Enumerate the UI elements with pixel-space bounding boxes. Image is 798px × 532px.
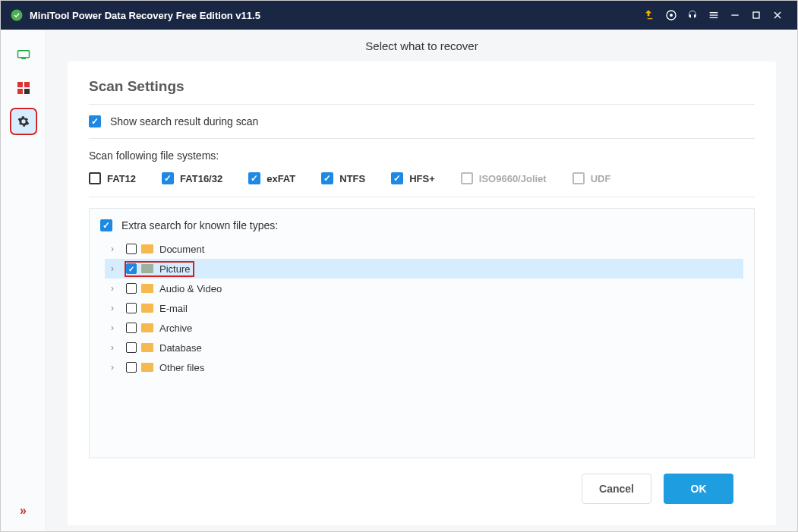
svg-rect-4 [710,14,718,15]
svg-point-2 [670,14,673,17]
fs-label: FAT16/32 [180,173,222,184]
fs-label: exFAT [267,173,295,184]
main: Select what to recover Scan Settings Sho… [46,30,797,532]
chevron-right-icon[interactable]: › [111,244,123,254]
fs-item-fat1632: FAT16/32 [162,172,222,184]
folder-icon [141,244,153,253]
chevron-right-icon[interactable]: › [111,263,123,274]
chevron-right-icon[interactable]: › [111,303,123,313]
tree-item-database[interactable]: ›Database [105,338,743,357]
svg-rect-13 [24,89,30,94]
svg-rect-11 [24,82,30,87]
tree-label: Archive [159,323,192,334]
svg-rect-5 [710,17,718,18]
fs-checkbox[interactable] [89,172,101,184]
folder-icon [141,264,153,273]
filesystem-group: Scan following file systems: FAT12FAT16/… [89,139,755,197]
folder-icon [141,363,153,372]
cancel-button[interactable]: Cancel [582,474,651,504]
fs-checkbox [461,172,473,184]
show-results-label: Show search result during scan [110,115,258,127]
svg-rect-8 [17,51,29,58]
support-icon[interactable] [682,5,703,26]
tree-checkbox[interactable] [126,283,137,294]
tree-item-audiovideo[interactable]: ›Audio & Video [105,279,743,298]
fs-label: UDF [591,173,611,184]
content: Scan Settings Show search result during … [68,61,776,525]
sidebar: » [1,30,46,532]
svg-point-0 [11,10,23,21]
show-results-checkbox[interactable] [89,115,101,127]
tree-label: Audio & Video [159,283,222,294]
filetype-tree: ›Document›Picture›Audio & Video›E-mail›A… [100,239,743,377]
tree-label: Other files [159,362,204,373]
tree-item-archive[interactable]: ›Archive [105,318,743,338]
extra-search-box: Extra search for known file types: ›Docu… [89,208,755,458]
tree-item-email[interactable]: ›E-mail [105,298,743,318]
svg-rect-7 [753,12,759,18]
folder-icon [141,343,153,352]
page-subtitle: Select what to recover [46,30,797,61]
fs-checkbox[interactable] [162,172,174,184]
disc-icon[interactable] [661,5,682,26]
window-title: MiniTool Power Data Recovery Free Editio… [30,10,639,21]
sidebar-item-recovery[interactable] [12,43,35,66]
chevron-right-icon[interactable]: › [111,283,123,294]
extra-search-label: Extra search for known file types: [121,219,278,231]
svg-rect-12 [17,89,23,94]
svg-rect-3 [710,12,718,13]
tree-item-document[interactable]: ›Document [105,239,743,259]
close-icon[interactable] [767,5,788,26]
sidebar-expand-icon[interactable]: » [20,504,27,518]
option-show-results-row: Show search result during scan [89,105,755,139]
svg-rect-6 [731,14,738,15]
tree-label: Database [159,342,202,354]
fs-label: FAT12 [107,173,136,184]
tree-checkbox[interactable] [126,244,137,254]
fs-label: NTFS [339,173,365,184]
extra-search-checkbox[interactable] [100,219,112,231]
svg-rect-10 [17,82,23,87]
minimize-icon[interactable] [724,5,746,26]
tree-checkbox[interactable] [126,342,137,353]
sidebar-item-settings[interactable] [12,110,35,133]
page-title: Scan Settings [89,78,755,105]
svg-rect-9 [21,58,26,60]
chevron-right-icon[interactable]: › [111,342,123,353]
fs-checkbox[interactable] [248,172,260,184]
fs-checkbox[interactable] [391,172,403,184]
fs-item-udf: UDF [572,172,611,184]
folder-icon [141,323,153,332]
fs-item-fat12: FAT12 [89,172,136,184]
fs-item-hfs: HFS+ [391,172,435,184]
folder-icon [141,304,153,313]
tree-label: Picture [159,263,190,275]
fs-item-iso9660joliet: ISO9660/Joliet [461,172,547,184]
tree-checkbox[interactable] [126,323,137,333]
tree-label: E-mail [159,303,188,314]
ok-button[interactable]: OK [664,474,733,504]
filesystem-title: Scan following file systems: [89,150,755,162]
tree-item-picture[interactable]: ›Picture [105,259,743,279]
chevron-right-icon[interactable]: › [111,323,123,333]
maximize-icon[interactable] [746,5,767,26]
menu-icon[interactable] [703,5,724,26]
fs-label: HFS+ [409,173,435,184]
footer: Cancel OK [89,458,755,512]
tree-item-highlight: Picture [126,263,193,275]
chevron-right-icon[interactable]: › [111,362,123,373]
folder-icon [141,284,153,293]
tree-item-otherfiles[interactable]: ›Other files [105,357,743,377]
fs-item-ntfs: NTFS [321,172,365,184]
fs-checkbox [572,172,585,184]
app-icon [10,8,24,22]
fs-item-exfat: exFAT [248,172,295,184]
tree-checkbox[interactable] [126,362,137,373]
titlebar: MiniTool Power Data Recovery Free Editio… [1,1,797,30]
tree-checkbox[interactable] [126,263,137,274]
fs-checkbox[interactable] [321,172,333,184]
tree-checkbox[interactable] [126,303,137,313]
sidebar-item-apps[interactable] [12,77,35,99]
tree-label: Document [159,244,204,255]
upgrade-icon[interactable] [639,5,661,26]
